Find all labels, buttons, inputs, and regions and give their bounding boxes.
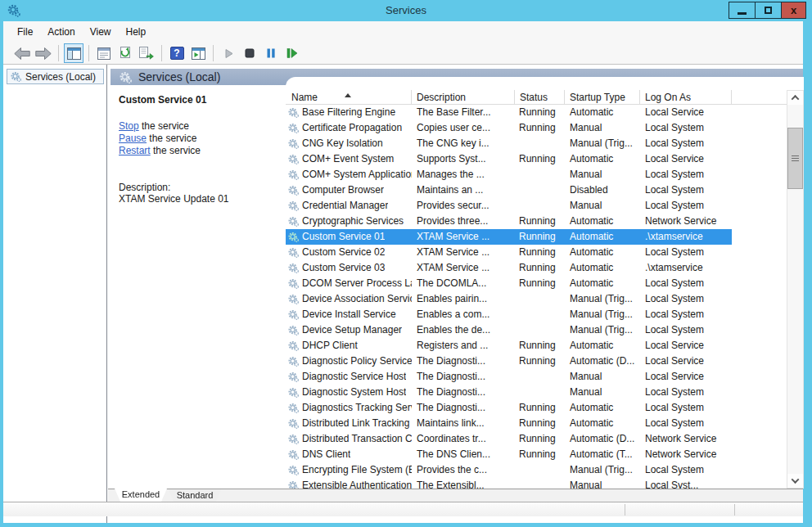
service-name: Cryptographic Services <box>302 214 404 229</box>
service-startup-type: Automatic <box>565 214 640 229</box>
service-gear-icon <box>288 309 299 320</box>
service-row[interactable]: Diagnostic Policy Service The Diagnosti.… <box>286 354 732 369</box>
show-action-pane-button[interactable] <box>188 43 208 63</box>
service-row[interactable]: Device Install Service Enables a com... … <box>286 307 732 322</box>
column-header-name[interactable]: Name <box>286 90 412 104</box>
service-gear-icon <box>288 123 299 133</box>
service-row[interactable]: Computer Browser Maintains an ... Disabl… <box>286 182 732 198</box>
column-header-status[interactable]: Status <box>515 90 565 104</box>
service-gear-icon <box>288 185 299 196</box>
service-status: Running <box>515 260 565 276</box>
service-row[interactable]: Credential Manager Provides secur... Man… <box>286 198 732 214</box>
toolbar: ? <box>3 43 803 65</box>
service-gear-icon <box>288 232 299 242</box>
properties-button[interactable] <box>94 43 114 63</box>
service-row[interactable]: Custom Service 03 XTAM Service ... Runni… <box>286 260 732 276</box>
show-console-tree-button[interactable] <box>64 43 83 63</box>
pause-service-link[interactable]: Pause <box>119 133 147 144</box>
list-header: Name Description Status Startup Type Log… <box>286 90 787 105</box>
service-startup-type: Manual <box>565 120 640 136</box>
service-log-on-as: Local Service <box>640 354 732 369</box>
service-status <box>515 291 565 307</box>
column-header-log-on-as[interactable]: Log On As <box>640 90 732 104</box>
service-row[interactable]: Diagnostic Service Host The Diagnosti...… <box>286 369 732 385</box>
stop-service-line: Stop the service <box>119 120 201 133</box>
service-log-on-as: Local System <box>640 400 732 416</box>
service-row[interactable]: Device Association Service Enables pairi… <box>286 291 732 307</box>
service-log-on-as: Local System <box>640 291 732 307</box>
service-row[interactable]: Distributed Transaction Co... Coordinate… <box>286 431 732 447</box>
pause-service-button[interactable] <box>261 43 281 63</box>
help-icon: ? <box>170 47 184 60</box>
service-gear-icon <box>288 138 299 149</box>
help-button[interactable]: ? <box>167 43 187 63</box>
service-row[interactable]: Certificate Propagation Copies user ce..… <box>286 120 732 136</box>
forward-icon <box>35 47 52 60</box>
tree-item-services-local[interactable]: Services (Local) <box>7 69 104 84</box>
scroll-down-button[interactable] <box>787 474 803 488</box>
service-row[interactable]: Base Filtering Engine The Base Filter...… <box>286 105 732 120</box>
stop-service-link[interactable]: Stop <box>119 120 139 132</box>
service-name: Extensible Authentication P... <box>302 478 412 489</box>
minimize-button[interactable] <box>729 2 756 19</box>
service-name: DHCP Client <box>302 338 358 354</box>
menu-help[interactable]: Help <box>119 24 154 40</box>
scrollbar-thumb[interactable] <box>787 128 803 189</box>
service-status: Running <box>515 276 565 291</box>
banner-title: Services (Local) <box>138 70 220 83</box>
restart-service-link[interactable]: Restart <box>119 145 151 156</box>
forward-button[interactable] <box>34 43 53 63</box>
service-row[interactable]: Cryptographic Services Provides three...… <box>286 214 732 229</box>
scroll-up-button[interactable] <box>787 91 803 105</box>
service-status: Running <box>515 431 565 447</box>
service-startup-type: Automatic (D... <box>565 431 640 447</box>
service-row[interactable]: Diagnostics Tracking Service The Diagnos… <box>286 400 732 416</box>
service-log-on-as: Local System <box>640 245 732 260</box>
start-service-button[interactable] <box>219 43 238 63</box>
selected-service-name: Custom Service 01 <box>119 94 206 106</box>
service-row[interactable]: Diagnostic System Host The Diagnosti... … <box>286 385 732 400</box>
restart-service-icon <box>286 48 298 58</box>
export-list-button[interactable] <box>137 43 156 63</box>
scrollbar-grip-icon <box>792 155 799 162</box>
maximize-button[interactable] <box>755 2 782 19</box>
service-row[interactable]: COM+ System Application Manages the ... … <box>286 167 732 182</box>
column-header-description[interactable]: Description <box>412 90 515 104</box>
tree-item-label: Services (Local) <box>25 71 96 83</box>
service-row[interactable]: Extensible Authentication P... The Exten… <box>286 478 732 489</box>
menu-view[interactable]: View <box>83 24 119 40</box>
tab-extended[interactable]: Extended <box>115 489 167 502</box>
service-startup-type: Manual <box>565 167 640 182</box>
service-description: Provides three... <box>412 214 515 229</box>
service-row[interactable]: Custom Service 02 XTAM Service ... Runni… <box>286 245 732 260</box>
service-row[interactable]: CNG Key Isolation The CNG key i... Manua… <box>286 136 732 151</box>
service-description: XTAM Service ... <box>412 229 515 245</box>
menu-file[interactable]: File <box>10 24 40 40</box>
service-row[interactable]: COM+ Event System Supports Syst... Runni… <box>286 151 732 167</box>
back-button[interactable] <box>12 43 32 63</box>
service-row[interactable]: Encrypting File System (EFS) Provides th… <box>286 462 732 478</box>
service-startup-type: Automatic <box>565 400 640 416</box>
view-tabstrip: Extended Standard <box>108 489 803 502</box>
vertical-scrollbar[interactable] <box>787 90 804 489</box>
stop-service-button[interactable] <box>240 43 259 63</box>
tab-standard[interactable]: Standard <box>169 489 221 502</box>
service-row[interactable]: DHCP Client Registers and ... Running Au… <box>286 338 732 354</box>
service-row[interactable]: DNS Client The DNS Clien... Running Auto… <box>286 447 732 462</box>
service-row[interactable]: Custom Service 01 XTAM Service ... Runni… <box>286 229 732 245</box>
refresh-button[interactable] <box>115 43 135 63</box>
service-status <box>515 322 565 338</box>
service-row[interactable]: Distributed Link Tracking Cl... Maintain… <box>286 416 732 431</box>
menu-action[interactable]: Action <box>40 24 82 40</box>
service-gear-icon <box>288 200 299 211</box>
service-description: Provides the c... <box>412 462 515 478</box>
service-name: Device Install Service <box>302 307 396 322</box>
service-row[interactable]: Device Setup Manager Enables the de... M… <box>286 322 732 338</box>
close-button[interactable]: x <box>781 2 806 19</box>
restart-service-button[interactable] <box>282 43 302 63</box>
column-header-startup-type[interactable]: Startup Type <box>565 90 640 104</box>
service-startup-type: Manual (Trig... <box>565 136 640 151</box>
service-startup-type: Automatic <box>565 260 640 276</box>
service-row[interactable]: DCOM Server Process Laun... The DCOMLA..… <box>286 276 732 291</box>
service-startup-type: Automatic <box>565 229 640 245</box>
